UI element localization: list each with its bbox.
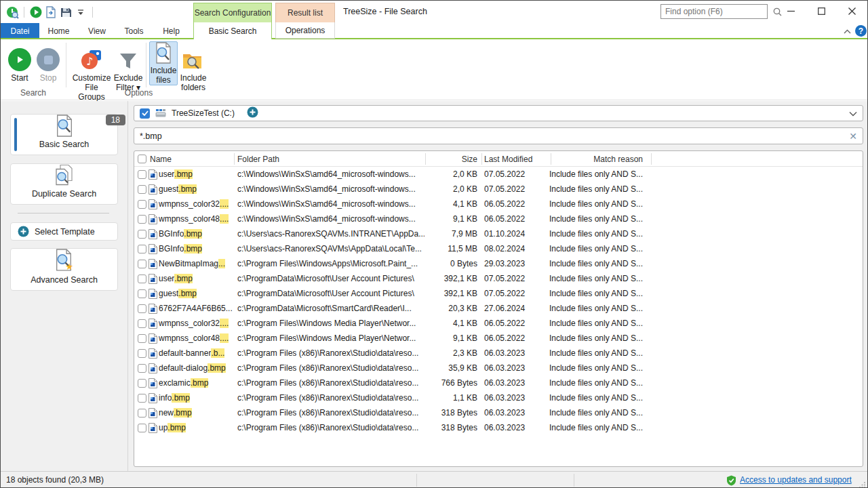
bmp-file-icon xyxy=(148,420,157,435)
bmp-file-icon xyxy=(148,182,157,197)
include-files-toggle[interactable]: Includefiles xyxy=(149,41,178,85)
resize-grip[interactable] xyxy=(859,481,866,487)
match-reason: Include files only AND S... xyxy=(514,346,643,361)
sidebar-item-basic-search[interactable]: 18 Basic Search xyxy=(10,114,118,155)
row-checkbox[interactable] xyxy=(138,245,146,253)
row-checkbox[interactable] xyxy=(138,334,146,343)
subtab-basic-search[interactable]: Basic Search xyxy=(193,22,272,39)
match-reason: Include files only AND S... xyxy=(514,405,643,420)
column-header-match-reason[interactable]: Match reason xyxy=(514,151,643,167)
bmp-file-icon xyxy=(148,256,157,271)
stop-button[interactable]: Stop xyxy=(35,41,62,83)
save-quick-button[interactable] xyxy=(58,5,73,19)
row-checkbox[interactable] xyxy=(138,364,146,373)
search-pattern-box[interactable]: ✕ xyxy=(134,127,863,144)
table-row[interactable]: wmpnss_color48....c:\Windows\WinSxS\amd6… xyxy=(134,211,863,226)
menu-home[interactable]: Home xyxy=(43,23,75,39)
table-row[interactable]: BGInfo.bmpc:\Users\acs-RanorexSQAVMs.INT… xyxy=(134,226,863,241)
start-button[interactable]: Start xyxy=(6,41,33,83)
find-option-input[interactable] xyxy=(661,7,773,16)
table-row[interactable]: wmpnss_color48....c:\Program Files\Windo… xyxy=(134,331,863,346)
row-checkbox[interactable] xyxy=(138,200,146,209)
help-icon[interactable]: ? xyxy=(855,25,867,37)
row-checkbox[interactable] xyxy=(138,424,146,432)
exclude-filter-button[interactable]: ExcludeFilter ▾ xyxy=(113,41,144,92)
row-checkbox[interactable] xyxy=(138,304,146,313)
result-count-badge: 18 xyxy=(106,115,125,125)
new-search-quick-button[interactable] xyxy=(43,5,58,19)
row-checkbox[interactable] xyxy=(138,230,146,239)
chevron-down-icon[interactable] xyxy=(849,107,857,119)
table-row[interactable]: default-banner.b...c:\Program Files (x86… xyxy=(134,346,863,361)
menu-view[interactable]: View xyxy=(81,23,113,39)
customize-toolbar-dropdown[interactable] xyxy=(73,5,88,19)
clear-search-icon[interactable]: ✕ xyxy=(849,131,857,142)
app-window: Search Configuration Result list TreeSiz… xyxy=(0,0,868,488)
table-row[interactable]: new.bmpc:\Program Files (x86)\Ranorex\St… xyxy=(134,405,863,420)
menu-help[interactable]: Help xyxy=(155,23,187,39)
main-pane: TreeSizeTest (C:) ✕ Name Folder Path Siz… xyxy=(134,101,863,471)
match-reason: Include files only AND S... xyxy=(514,286,643,301)
row-checkbox[interactable] xyxy=(138,349,146,358)
row-checkbox[interactable] xyxy=(138,185,146,194)
row-checkbox[interactable] xyxy=(138,394,146,403)
column-header-size[interactable]: Size xyxy=(426,151,477,167)
filter-icon xyxy=(118,41,138,71)
bmp-file-icon xyxy=(148,167,157,182)
bmp-file-icon xyxy=(148,197,157,211)
table-row[interactable]: user.bmpc:\Windows\WinSxS\amd64_microsof… xyxy=(134,167,863,182)
table-row[interactable]: BGInfo.bmpc:\Users\acs-RanorexSQAVMs\App… xyxy=(134,241,863,256)
plus-icon xyxy=(18,226,29,237)
include-folders-toggle[interactable]: Includefolders xyxy=(178,41,208,92)
add-drive-button[interactable] xyxy=(247,106,258,121)
row-checkbox[interactable] xyxy=(138,319,146,328)
match-reason: Include files only AND S... xyxy=(514,167,643,182)
collapse-ribbon-icon[interactable] xyxy=(842,26,852,36)
menu-datei[interactable]: Datei xyxy=(1,23,39,39)
table-row[interactable]: user.bmpc:\ProgramData\Microsoft\User Ac… xyxy=(134,271,863,286)
search-pattern-input[interactable] xyxy=(134,131,849,141)
row-checkbox[interactable] xyxy=(138,170,146,179)
row-checkbox[interactable] xyxy=(138,289,146,298)
row-checkbox[interactable] xyxy=(138,215,146,224)
drive-checkbox[interactable] xyxy=(140,108,150,119)
sidebar-item-advanced-search[interactable]: ★ Advanced Search xyxy=(10,248,118,291)
row-checkbox[interactable] xyxy=(138,274,146,283)
folder-path: c:\Program Files (x86)\Ranorex\Studio\da… xyxy=(237,346,425,361)
table-row[interactable]: up.bmpc:\Program Files (x86)\Ranorex\Stu… xyxy=(134,420,863,435)
table-row[interactable]: NewBitmapImag...c:\Program Files\Windows… xyxy=(134,256,863,271)
folder-path: c:\Program Files\Windows Media Player\Ne… xyxy=(237,316,425,331)
title-bar: Search Configuration Result list TreeSiz… xyxy=(1,1,867,23)
maximize-button[interactable] xyxy=(806,1,837,22)
find-option-box[interactable] xyxy=(660,4,768,19)
table-row[interactable]: wmpnss_color32....c:\Program Files\Windo… xyxy=(134,316,863,331)
folder-path: c:\Program Files (x86)\Ranorex\Studio\da… xyxy=(237,390,425,405)
minimize-button[interactable] xyxy=(776,1,806,22)
row-checkbox[interactable] xyxy=(138,260,146,268)
table-row[interactable]: guest.bmpc:\Windows\WinSxS\amd64_microso… xyxy=(134,182,863,197)
tab-search-configuration[interactable]: Search Configuration xyxy=(193,3,272,22)
subtab-operations[interactable]: Operations xyxy=(275,22,335,39)
row-checkbox[interactable] xyxy=(138,409,146,418)
sidebar-item-duplicate-search[interactable]: Duplicate Search xyxy=(10,163,118,205)
close-button[interactable] xyxy=(837,1,867,22)
table-row[interactable]: info.bmpc:\Program Files (x86)\Ranorex\S… xyxy=(134,390,863,405)
menu-tools[interactable]: Tools xyxy=(118,23,150,39)
table-row[interactable]: 6762F7A4AF6B65...c:\ProgramData\Microsof… xyxy=(134,301,863,316)
start-search-quick-button[interactable] xyxy=(28,5,43,19)
file-name: user.bmp xyxy=(159,271,235,286)
folder-path: c:\Windows\WinSxS\amd64_microsoft-window… xyxy=(237,167,425,182)
drive-selector[interactable]: TreeSizeTest (C:) xyxy=(134,105,863,121)
select-template-button[interactable]: Select Template xyxy=(10,222,118,241)
column-header-name[interactable]: Name xyxy=(146,151,172,167)
tab-result-list[interactable]: Result list xyxy=(275,3,335,22)
file-size: 0 Bytes xyxy=(426,256,477,271)
content-area: 18 Basic Search Duplicate Search xyxy=(1,101,867,471)
table-row[interactable]: exclamic.bmpc:\Program Files (x86)\Ranor… xyxy=(134,375,863,390)
row-checkbox[interactable] xyxy=(138,379,146,388)
column-header-folder-path[interactable]: Folder Path xyxy=(237,151,279,167)
table-row[interactable]: guest.bmpc:\ProgramData\Microsoft\User A… xyxy=(134,286,863,301)
table-row[interactable]: wmpnss_color32....c:\Windows\WinSxS\amd6… xyxy=(134,197,863,211)
table-row[interactable]: default-dialog.bmpc:\Program Files (x86)… xyxy=(134,361,863,375)
updates-support-link[interactable]: Access to updates and support xyxy=(740,475,852,485)
